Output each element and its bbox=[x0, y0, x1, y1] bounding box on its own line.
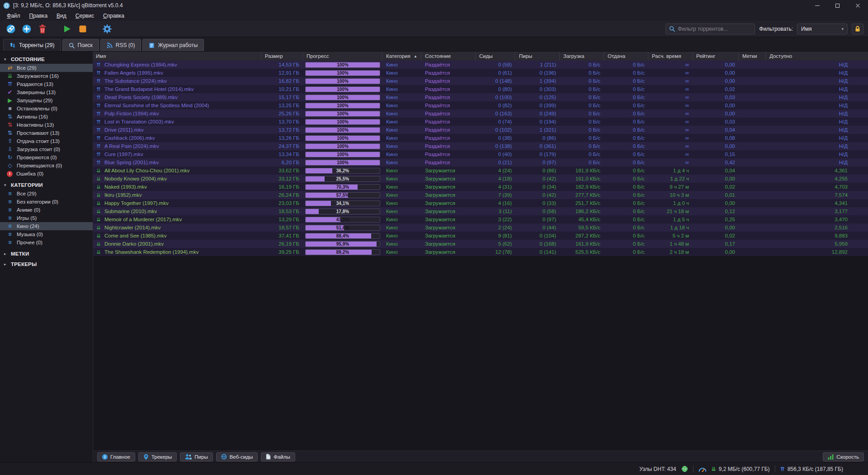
progress-bar: 100% bbox=[305, 62, 380, 68]
delete-torrent-button[interactable] bbox=[36, 23, 49, 35]
table-row[interactable]: The Shawshank Redemption (1994).mkv 39,2… bbox=[93, 248, 868, 256]
status-filter-item[interactable]: ⇈ Раздаются (13) bbox=[0, 80, 93, 88]
alt-speed-limits-icon[interactable] bbox=[698, 466, 707, 472]
status-filter-item[interactable]: ! Ошибка (0) bbox=[0, 170, 93, 178]
tab-rss[interactable]: RSS (0) bbox=[100, 39, 142, 51]
column-label: Имя bbox=[96, 53, 106, 59]
table-row[interactable]: Nightcrawler (2014).mkv 18,57 ГБ 51,6% К… bbox=[93, 223, 868, 232]
table-row[interactable]: Submarine (2010).mkv 18,53 ГБ 17,8% Кино… bbox=[93, 207, 868, 215]
start-torrent-button[interactable] bbox=[61, 23, 73, 35]
column-header[interactable]: Метки bbox=[739, 52, 766, 61]
column-header[interactable]: Сиды bbox=[476, 52, 515, 61]
filter-by-select[interactable]: Имя ▾ bbox=[797, 24, 848, 34]
column-header[interactable]: Рейтинг bbox=[693, 52, 739, 61]
torrent-filter-input[interactable] bbox=[678, 26, 751, 32]
tab-execution-log[interactable]: Журнал работы bbox=[142, 39, 204, 51]
status-filter-item[interactable]: ⇅ Простаивают (13) bbox=[0, 129, 93, 137]
tab-files[interactable]: Файлы bbox=[261, 452, 295, 461]
lock-ui-button[interactable] bbox=[852, 24, 863, 34]
table-row[interactable]: Eternal Sunshine of the Spotless Mind (2… bbox=[93, 101, 868, 109]
tab-webseeds[interactable]: Веб-сиды bbox=[216, 452, 258, 461]
column-header[interactable]: Доступно bbox=[766, 52, 868, 61]
tab-transfers[interactable]: Торренты (29) bbox=[3, 39, 61, 51]
column-header[interactable]: Расч. время bbox=[648, 52, 693, 61]
maximize-button[interactable] bbox=[827, 0, 848, 11]
column-header[interactable]: Имя bbox=[93, 52, 261, 61]
add-torrent-file-button[interactable] bbox=[20, 23, 33, 35]
column-header[interactable]: Размер bbox=[261, 52, 303, 61]
table-row[interactable]: A Real Pain (2024).mkv 24,37 ГБ 100% Кин… bbox=[93, 142, 868, 150]
torrent-filter-field[interactable] bbox=[665, 24, 755, 34]
table-row[interactable]: Pulp Fiction (1994).mkv 25,26 ГБ 100% Ки… bbox=[93, 109, 868, 118]
tab-search[interactable]: Поиск bbox=[62, 39, 99, 51]
tab-peers[interactable]: Пиры bbox=[180, 452, 212, 461]
table-row[interactable]: Cashback (2006).mkv 13,26 ГБ 100% Кино Р… bbox=[93, 134, 868, 142]
status-filter-item[interactable]: ■ Остановлены (0) bbox=[0, 104, 93, 113]
close-button[interactable] bbox=[848, 0, 868, 11]
table-row[interactable]: Lost in Translation (2003).mkv 13,70 ГБ … bbox=[93, 118, 868, 126]
torrent-name: Nobody Knows (2004).mkv bbox=[104, 176, 167, 181]
download-speed-status[interactable]: ⇊ 9,2 МБ/с (600,77 ГБ) bbox=[712, 466, 770, 472]
progress-label: 95,9% bbox=[306, 242, 380, 247]
tags-section-header[interactable]: ▸ МЕТКИ bbox=[0, 249, 93, 258]
column-header[interactable]: Прогресс bbox=[303, 52, 382, 61]
table-row[interactable]: Chungking Express (1994).mkv 14,53 ГБ 10… bbox=[93, 61, 868, 69]
table-row[interactable]: Fallen Angels (1995).mkv 12,91 ГБ 100% К… bbox=[93, 69, 868, 77]
category-filter-item[interactable]: ≡ Кино (24) bbox=[0, 222, 93, 230]
state-cell: Загружается bbox=[421, 249, 476, 255]
status-filter-item[interactable]: ✔ Завершены (13) bbox=[0, 88, 93, 96]
table-row[interactable]: Dead Poets Society (1989).mkv 15,17 ГБ 1… bbox=[93, 93, 868, 101]
menu-tools[interactable]: Сервис bbox=[71, 12, 99, 20]
status-filter-item[interactable]: ⇄ Все (29) bbox=[0, 64, 93, 72]
status-section-header[interactable]: ▾ СОСТОЯНИЕ bbox=[0, 55, 93, 64]
menu-file[interactable]: Файл bbox=[2, 12, 25, 20]
table-row[interactable]: Nobody Knows (2004).mkv 33,12 ГБ 25,5% К… bbox=[93, 175, 868, 183]
column-header[interactable]: Отдача bbox=[604, 52, 648, 61]
table-row[interactable]: Happy Together (1997).mkv 23,03 ГБ 34,1%… bbox=[93, 199, 868, 207]
menu-view[interactable]: Вид bbox=[52, 12, 71, 20]
state-cell: Загружается bbox=[421, 184, 476, 190]
categories-section-header[interactable]: ▾ КАТЕГОРИИ bbox=[0, 180, 93, 190]
column-header[interactable]: Пиры bbox=[515, 52, 560, 61]
speed-widget-button[interactable]: Скорость bbox=[823, 452, 864, 461]
status-filter-item[interactable]: ↻ Проверяются (0) bbox=[0, 153, 93, 162]
status-filter-item[interactable]: ⇧ Отдача стоит (13) bbox=[0, 137, 93, 145]
category-filter-item[interactable]: ≡ Игры (5) bbox=[0, 214, 93, 222]
menu-help[interactable]: Справка bbox=[99, 12, 129, 20]
column-header[interactable]: Категория ▲ bbox=[382, 52, 421, 61]
table-row[interactable]: Donnie Darko (2001).mkv 26,19 ГБ 95,9% К… bbox=[93, 240, 868, 248]
table-row[interactable]: Drive (2011).mkv 13,72 ГБ 100% Кино Разд… bbox=[93, 126, 868, 134]
column-label: Доступно bbox=[769, 53, 792, 59]
table-row[interactable]: Cure (1997).mkv 13,34 ГБ 100% Кино Разда… bbox=[93, 150, 868, 158]
column-header[interactable]: Загрузка bbox=[560, 52, 604, 61]
status-filter-item[interactable]: ⇅ Активны (16) bbox=[0, 113, 93, 121]
category-filter-item[interactable]: ≡ Аниме (0) bbox=[0, 206, 93, 214]
status-filter-item[interactable]: ⇩ Загрузка стоит (0) bbox=[0, 145, 93, 153]
stop-torrent-button[interactable] bbox=[76, 23, 89, 35]
category-filter-item[interactable]: ≡ Музыка (0) bbox=[0, 230, 93, 238]
table-row[interactable]: The Substance (2024).mkv 16,82 ГБ 100% К… bbox=[93, 77, 868, 85]
table-row[interactable]: All About Lily Chou-Chou (2001).mkv 33,6… bbox=[93, 166, 868, 175]
tab-general[interactable]: i Главное bbox=[97, 452, 135, 461]
table-row[interactable]: Naked (1993).mkv 16,19 ГБ 70,3% Кино Заг… bbox=[93, 183, 868, 191]
status-filter-item[interactable]: ⇅ Неактивны (13) bbox=[0, 121, 93, 129]
category-filter-item[interactable]: ≡ Без категории (0) bbox=[0, 198, 93, 206]
category-filter-item[interactable]: ≡ Прочее (0) bbox=[0, 238, 93, 247]
status-filter-item[interactable]: ▶ Запущены (29) bbox=[0, 96, 93, 104]
upload-speed-status[interactable]: ⇈ 856,3 КБ/с (187,85 ГБ) bbox=[780, 466, 843, 472]
table-row[interactable]: Come and See (1985).mkv 37,41 ГБ 88,4% К… bbox=[93, 232, 868, 240]
table-row[interactable]: Blue Spring (2001).mkv 6,20 ГБ 100% Кино… bbox=[93, 158, 868, 166]
status-filter-item[interactable]: ⇊ Загружаются (16) bbox=[0, 72, 93, 80]
status-filter-item[interactable]: ◇ Перемещаются (0) bbox=[0, 162, 93, 170]
menu-edit[interactable]: Правка bbox=[25, 12, 52, 20]
options-button[interactable] bbox=[101, 23, 113, 35]
column-header[interactable]: Состояние bbox=[421, 52, 476, 61]
table-row[interactable]: Memoir of a Murderer (2017).mkv 13,29 ГБ… bbox=[93, 215, 868, 223]
add-torrent-link-button[interactable] bbox=[5, 23, 17, 35]
category-filter-item[interactable]: ≡ Все (29) bbox=[0, 190, 93, 198]
table-row[interactable]: The Grand Budapest Hotel (2014).mkv 10,2… bbox=[93, 85, 868, 93]
tab-trackers[interactable]: Трекеры bbox=[138, 452, 177, 461]
table-row[interactable]: Ikiru (1952).mkv 26,24 ГБ 57,5% Кино Заг… bbox=[93, 191, 868, 199]
trackers-section-header[interactable]: ▸ ТРЕКЕРЫ bbox=[0, 260, 93, 269]
minimize-button[interactable] bbox=[807, 0, 827, 11]
